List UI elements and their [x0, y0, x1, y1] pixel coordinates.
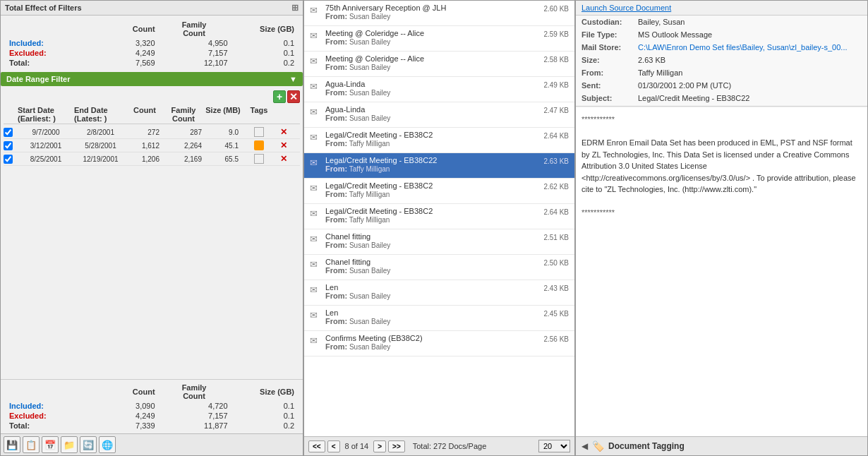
excluded-label: Excluded: [6, 48, 91, 58]
toolbar-folder-button[interactable]: 📁 [61, 436, 78, 453]
filter-row-1-end: 2/8/2001 [74, 128, 127, 136]
email-envelope-icon: ✉ [310, 284, 318, 295]
bottom-total-size: 0.2 [231, 421, 297, 431]
included-family: 4,950 [158, 38, 231, 48]
filter-row-2-delete[interactable]: ✕ [277, 140, 291, 150]
toolbar-save-button[interactable]: 💾 [4, 436, 20, 453]
bottom-stats-area: Count FamilyCount Size (GB) Included: 3,… [1, 379, 303, 433]
email-subject: Meeting @ Coleridge -- Alice [325, 29, 569, 37]
first-page-button[interactable]: << [308, 440, 325, 452]
email-list-item[interactable]: ✉LenFrom: Susan Bailey2.45 KB [304, 306, 574, 331]
filter-row-3-tags [241, 154, 277, 164]
email-size: 2.43 KB [543, 284, 569, 292]
email-subject: Legal/Credit Meeting - EB38C2 [325, 207, 569, 215]
filter-row-2-checkbox[interactable] [4, 141, 13, 150]
subject-label: Subject: [576, 92, 632, 104]
family-count-col-header: FamilyCount [162, 106, 205, 123]
bottom-asterisks: *********** [581, 207, 862, 219]
filter-row-2-family: 2,264 [162, 142, 205, 150]
email-from: From: Susan Bailey [325, 266, 569, 275]
filter-row-1-delete[interactable]: ✕ [277, 127, 291, 137]
doc-content-area: *********** EDRM Enron Email Data Set ha… [576, 108, 867, 436]
tags-col-header: Tags [241, 106, 277, 123]
email-from: From: Susan Bailey [325, 292, 569, 300]
doc-tagging-bar[interactable]: ◀ 🏷️ Document Tagging [576, 436, 867, 455]
email-subject: Legal/Credit Meeting - EB38C2 [325, 181, 569, 190]
count-col-header: Count [127, 106, 162, 123]
email-size: 2.58 KB [543, 56, 569, 64]
filter-row: 9/7/2000 2/8/2001 272 287 9.0 ✕ [4, 126, 300, 139]
email-size: 2.51 KB [543, 234, 569, 241]
email-list-item[interactable]: ✉75th Anniversary Reception @ JLHFrom: S… [304, 1, 574, 26]
tagging-collapse-arrow[interactable]: ◀ [581, 441, 588, 451]
bottom-excluded-label: Excluded: [6, 411, 91, 421]
email-list-item[interactable]: ✉Chanel fittingFrom: Susan Bailey2.51 KB [304, 229, 574, 255]
date-range-filter-bar[interactable]: Date Range Filter ▼ [1, 72, 303, 86]
email-size: 2.45 KB [543, 310, 569, 318]
family-count-header: FamilyCount [158, 20, 231, 38]
last-page-button[interactable]: >> [388, 440, 405, 452]
prev-page-button[interactable]: < [327, 440, 340, 452]
bottom-excluded-count: 4,249 [91, 411, 157, 421]
orange-tag-icon [254, 140, 264, 150]
included-size: 0.1 [231, 38, 297, 48]
toolbar-refresh-button[interactable]: 🔄 [80, 436, 97, 453]
filter-row-2-end: 5/28/2001 [74, 142, 127, 150]
panel-title: Total Effect of Filters [5, 4, 82, 12]
per-page-select[interactable]: 20 50 100 [538, 440, 570, 452]
email-from: From: Susan Bailey [325, 12, 569, 20]
next-page-button[interactable]: > [373, 440, 386, 452]
toolbar-calendar-button[interactable]: 📅 [42, 436, 59, 453]
email-subject: Len [325, 283, 569, 292]
size-header: Size (GB) [231, 20, 297, 38]
meta-table: Custodian: Bailey, Susan File Type: MS O… [576, 16, 867, 104]
email-envelope-icon: ✉ [310, 132, 318, 143]
email-from: From: Susan Bailey [325, 241, 569, 249]
email-list-item[interactable]: ✉Legal/Credit Meeting - EB38C2From: Taff… [304, 128, 574, 153]
filter-row-3-size: 65.5 [205, 155, 241, 163]
launch-source-document-link[interactable]: Launch Source Document [581, 4, 671, 12]
email-envelope-icon: ✉ [310, 81, 318, 92]
email-list-item[interactable]: ✉Chanel fittingFrom: Susan Bailey2.50 KB [304, 255, 574, 280]
excluded-count: 4,249 [91, 48, 157, 58]
email-from: From: Susan Bailey [325, 342, 569, 351]
email-subject: Agua-Linda [325, 80, 569, 88]
email-list-item[interactable]: ✉Agua-LindaFrom: Susan Bailey2.49 KB [304, 77, 574, 102]
email-list-item[interactable]: ✉Agua-LindaFrom: Susan Bailey2.47 KB [304, 102, 574, 128]
start-date-header: Start Date(Earliest: ) [18, 106, 74, 123]
from-label: From: [576, 66, 632, 79]
toolbar-copy-button[interactable]: 📋 [23, 436, 40, 453]
filter-row-1-checkbox[interactable] [4, 128, 13, 137]
email-list-item[interactable]: ✉Legal/Credit Meeting - EB38C22From: Taf… [304, 153, 574, 179]
email-envelope-icon: ✉ [310, 208, 318, 219]
email-list-item[interactable]: ✉Legal/Credit Meeting - EB38C2From: Taff… [304, 179, 574, 204]
email-list-item[interactable]: ✉Legal/Credit Meeting - EB38C2From: Taff… [304, 204, 574, 229]
email-list-item[interactable]: ✉LenFrom: Susan Bailey2.43 KB [304, 280, 574, 306]
email-list-item[interactable]: ✉Meeting @ Coleridge -- AliceFrom: Susan… [304, 26, 574, 52]
email-list-item[interactable]: ✉Meeting @ Coleridge -- AliceFrom: Susan… [304, 52, 574, 77]
email-from: From: Susan Bailey [325, 317, 569, 325]
top-stats-table: Count FamilyCount Size (GB) Included: 3,… [6, 20, 297, 68]
bottom-excluded-family: 7,157 [158, 411, 231, 421]
filter-row: 3/12/2001 5/28/2001 1,612 2,264 45.1 ✕ [4, 139, 300, 152]
filter-row-3-checkbox[interactable] [4, 155, 13, 164]
filter-row-2-tags [241, 140, 277, 150]
filter-row-1-tags [241, 127, 277, 137]
email-list-item[interactable]: ✉Confirms Meeting (EB38C2)From: Susan Ba… [304, 331, 574, 356]
filter-col-headers: Start Date(Earliest: ) End Date(Latest: … [4, 105, 300, 124]
email-size: 2.47 KB [543, 107, 569, 114]
toolbar-globe-button[interactable]: 🌐 [99, 436, 116, 453]
add-filter-button[interactable]: + [273, 90, 286, 103]
filter-row-3-delete[interactable]: ✕ [277, 154, 291, 164]
filter-bar-label: Date Range Filter [6, 75, 70, 83]
bottom-count-header: Count [91, 383, 157, 401]
mailstore-label: Mail Store: [576, 41, 632, 54]
end-date-header: End Date(Latest: ) [74, 106, 127, 123]
email-envelope-icon: ✉ [310, 5, 318, 16]
remove-filter-button[interactable]: ✕ [287, 90, 300, 103]
email-nav: << < 8 of 14 > >> Total: 272 Docs/Page 2… [304, 436, 574, 455]
top-stats-area: Count FamilyCount Size (GB) Included: 3,… [1, 16, 303, 71]
filter-row-1-size: 9.0 [205, 128, 241, 136]
email-envelope-icon: ✉ [310, 107, 318, 117]
email-from: From: Susan Bailey [325, 63, 569, 71]
